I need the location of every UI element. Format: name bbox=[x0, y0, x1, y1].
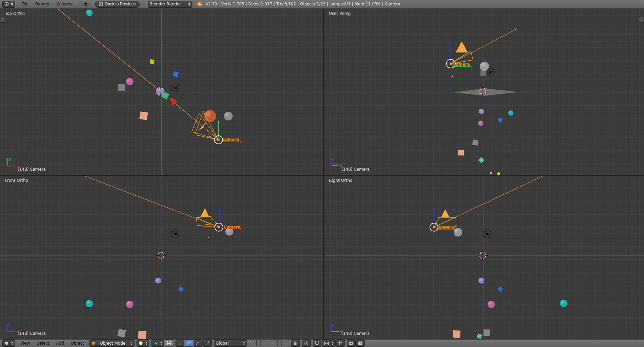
viewport-user-persp[interactable]: Camerazyx User Persp (148) Camera + bbox=[324, 9, 644, 175]
pivot-point-dropdown[interactable] bbox=[151, 340, 164, 347]
pink-sphere[interactable] bbox=[478, 121, 483, 126]
gray-cube[interactable] bbox=[472, 139, 478, 146]
teal-sphere[interactable] bbox=[508, 110, 514, 116]
purple-sphere[interactable] bbox=[479, 109, 484, 114]
layer-toggle[interactable] bbox=[249, 340, 253, 343]
layer-toggle[interactable] bbox=[253, 340, 256, 343]
blue-cube[interactable] bbox=[498, 117, 503, 123]
opengl-render-still-button[interactable] bbox=[347, 340, 356, 347]
menu-help[interactable]: Help bbox=[76, 1, 91, 7]
layer-toggle[interactable] bbox=[285, 340, 289, 343]
layer-toggle[interactable] bbox=[278, 343, 281, 346]
editor-type-dropdown[interactable] bbox=[2, 1, 15, 8]
blender-window: File Render Window Help Back to Previous… bbox=[0, 0, 644, 347]
pink-sphere[interactable] bbox=[126, 78, 133, 85]
purple-sphere[interactable] bbox=[155, 278, 161, 284]
back-to-previous-button[interactable]: Back to Previous bbox=[95, 1, 140, 8]
gray-cube[interactable] bbox=[483, 329, 490, 336]
teal-sphere[interactable] bbox=[86, 9, 93, 16]
layer-toggle[interactable] bbox=[264, 343, 268, 346]
snap-toggle-button[interactable] bbox=[313, 340, 321, 347]
layer-toggle[interactable] bbox=[261, 343, 264, 346]
spinner-arrows bbox=[188, 2, 190, 6]
empty-object[interactable] bbox=[483, 230, 491, 238]
render-engine-dropdown[interactable]: Blender Render bbox=[148, 1, 192, 8]
camera-up-triangle[interactable] bbox=[201, 208, 209, 217]
layer-toggle[interactable] bbox=[257, 340, 260, 343]
viewport-top-ortho[interactable]: Camerayx Top Ortho (148) Camera + bbox=[0, 9, 323, 175]
teal-cube[interactable] bbox=[478, 157, 484, 163]
manipulator-toggle-button[interactable] bbox=[175, 340, 184, 347]
camera-up-triangle[interactable] bbox=[456, 41, 468, 52]
teal-sphere[interactable] bbox=[86, 300, 93, 307]
manipulator-arrow-z[interactable] bbox=[433, 208, 435, 225]
camera-frustum[interactable] bbox=[196, 216, 211, 226]
blue-cube[interactable] bbox=[173, 71, 179, 77]
lock-to-scene-button[interactable] bbox=[291, 340, 300, 347]
pink-sphere[interactable] bbox=[126, 301, 133, 308]
gray-sphere[interactable] bbox=[224, 112, 233, 121]
teal-cube[interactable] bbox=[477, 333, 482, 339]
manipulate-center-points-toggle[interactable] bbox=[165, 340, 173, 347]
layer-toggle[interactable] bbox=[282, 340, 285, 343]
ground-plane[interactable] bbox=[454, 88, 518, 96]
layer-toggle[interactable] bbox=[261, 340, 264, 343]
layer-toggle[interactable] bbox=[285, 343, 289, 346]
salmon-cube[interactable] bbox=[139, 111, 148, 120]
teal-sphere[interactable] bbox=[560, 300, 567, 307]
blue-cube[interactable] bbox=[178, 286, 184, 292]
layer-toggle[interactable] bbox=[257, 343, 260, 346]
empty-object[interactable] bbox=[172, 230, 180, 238]
mode-dropdown[interactable]: Object Mode bbox=[89, 340, 134, 347]
editor-type-selector[interactable] bbox=[2, 340, 15, 347]
expand-toolshelf-button[interactable]: + bbox=[0, 17, 5, 23]
yellow-cube[interactable] bbox=[150, 59, 155, 64]
viewport-front-ortho[interactable]: Camerazx Front Ortho (148) Camera bbox=[0, 176, 323, 339]
menu-render[interactable]: Render bbox=[32, 1, 53, 7]
proportional-edit-dropdown[interactable] bbox=[302, 340, 311, 347]
manipulator-arrow-z[interactable] bbox=[218, 208, 221, 225]
gray-sphere[interactable] bbox=[454, 228, 462, 237]
viewport-shading-dropdown[interactable] bbox=[137, 340, 149, 347]
layer-toggle[interactable] bbox=[274, 343, 277, 346]
manipulator-arrow-y[interactable] bbox=[217, 120, 220, 137]
expand-properties-button[interactable]: + bbox=[639, 17, 644, 23]
layer-toggle[interactable] bbox=[278, 340, 281, 343]
layer-toggle[interactable] bbox=[274, 340, 277, 343]
gizmo-label-x: x bbox=[335, 162, 337, 166]
scale-manipulator-button[interactable] bbox=[203, 340, 212, 347]
menu-add[interactable]: Add bbox=[53, 340, 67, 346]
active-camera-label: (148) Camera bbox=[18, 331, 46, 336]
layer-toggle[interactable] bbox=[270, 343, 274, 346]
pink-sphere[interactable] bbox=[487, 301, 495, 308]
rotate-manipulator-button[interactable] bbox=[194, 340, 203, 347]
opengl-render-anim-button[interactable] bbox=[356, 340, 365, 347]
translate-manipulator-button[interactable] bbox=[185, 340, 193, 347]
user-persp-scene: Camerazyx bbox=[324, 9, 644, 175]
snap-target-button[interactable] bbox=[336, 340, 345, 347]
menu-select[interactable]: Select bbox=[34, 340, 52, 346]
gray-cube[interactable] bbox=[480, 70, 486, 76]
layer-toggle[interactable] bbox=[249, 343, 253, 346]
menu-window[interactable]: Window bbox=[54, 1, 76, 7]
manipulator-arrow-z[interactable] bbox=[448, 41, 451, 62]
gray-cube[interactable] bbox=[117, 329, 126, 338]
layer-toggle[interactable] bbox=[264, 340, 268, 343]
layer-toggle[interactable] bbox=[270, 340, 274, 343]
layer-toggle[interactable] bbox=[253, 343, 256, 346]
gray-cube[interactable] bbox=[118, 84, 125, 91]
layer-toggle[interactable] bbox=[282, 343, 285, 346]
snap-element-dropdown[interactable] bbox=[322, 340, 336, 347]
camera-up-triangle[interactable] bbox=[441, 209, 450, 217]
transform-orientation-dropdown[interactable]: Global bbox=[214, 340, 247, 347]
purple-sphere[interactable] bbox=[478, 278, 484, 284]
menu-object[interactable]: Object bbox=[68, 340, 87, 346]
menu-view[interactable]: View bbox=[17, 340, 33, 346]
salmon-cube[interactable] bbox=[453, 330, 460, 338]
salmon-cube[interactable] bbox=[458, 150, 464, 155]
viewport-right-ortho[interactable]: Camerazy Right Ortho (148) Camera bbox=[324, 176, 644, 339]
render-engine-value: Blender Render bbox=[150, 2, 181, 6]
blue-cube[interactable] bbox=[498, 286, 503, 292]
menu-file[interactable]: File bbox=[19, 1, 32, 7]
salmon-cube[interactable] bbox=[138, 330, 146, 339]
